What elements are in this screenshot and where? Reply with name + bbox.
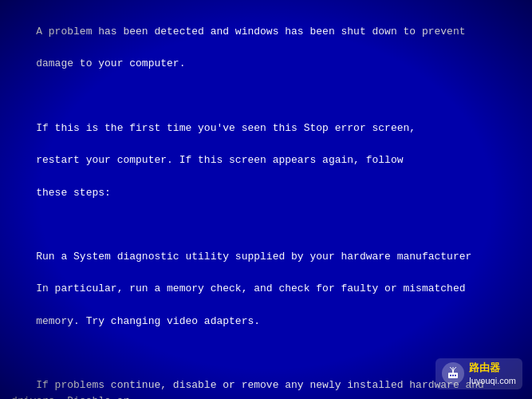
bsod-line5: restart your computer. If this screen ap… — [36, 154, 403, 166]
svg-point-3 — [455, 375, 456, 377]
bsod-line10: memory. Try changing video adapters. — [36, 315, 260, 327]
svg-point-1 — [450, 375, 451, 377]
bsod-line9: In particular, run a memory check, and c… — [36, 282, 465, 294]
watermark-site-name: 路由器 — [469, 361, 516, 375]
watermark-text: 路由器 luyouqi.com — [469, 361, 516, 386]
bsod-line12: If problems continue, disable or remove … — [11, 379, 491, 399]
router-icon — [446, 366, 460, 381]
bsod-line6: these steps: — [36, 187, 111, 199]
bsod-screen: A problem has been detected and windows … — [0, 0, 532, 399]
bsod-line1: A problem has been detected and windows … — [36, 26, 465, 38]
svg-point-2 — [452, 375, 454, 377]
watermark-site-url: luyouqi.com — [469, 375, 516, 386]
bsod-content: A problem has been detected and windows … — [11, 8, 521, 399]
watermark: 路由器 luyouqi.com — [435, 358, 522, 389]
bsod-line4: If this is the first time you've seen th… — [36, 122, 416, 134]
watermark-icon — [442, 362, 464, 385]
bsod-line2: damage to your computer. — [36, 57, 185, 69]
bsod-line8: Run a System diagnostic utility supplied… — [36, 251, 471, 263]
